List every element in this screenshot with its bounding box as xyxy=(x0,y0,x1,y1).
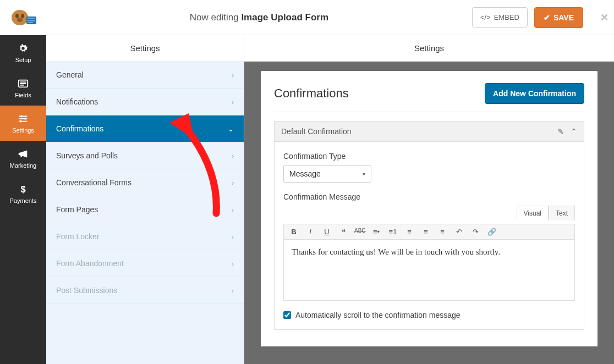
subnav-form-locker[interactable]: Form Locker› xyxy=(46,223,244,250)
svg-point-15 xyxy=(24,118,26,120)
app-logo xyxy=(0,5,46,30)
subnav-form-abandonment[interactable]: Form Abandonment› xyxy=(46,250,244,277)
chevron-down-icon: ▾ xyxy=(363,171,365,177)
align-left-icon[interactable]: ≡ xyxy=(404,228,415,236)
content-area: Settings Confirmations Add New Confirmat… xyxy=(244,35,614,364)
editor-tabs: Visual Text xyxy=(283,206,575,220)
embed-button[interactable]: </> EMBED xyxy=(472,7,528,27)
nav-setup[interactable]: Setup xyxy=(0,35,46,70)
subnav-label: Form Locker xyxy=(56,232,100,241)
close-button[interactable]: ✕ xyxy=(594,12,614,24)
edit-icon[interactable]: ✎ xyxy=(557,127,564,136)
subnav-label: Conversational Forms xyxy=(56,178,131,187)
content-title-bar: Settings xyxy=(244,35,614,62)
collapse-icon[interactable]: ⌃ xyxy=(571,127,577,136)
left-nav: Setup Fields Settings Marketing $ Paymen… xyxy=(0,35,46,364)
chevron-right-icon: › xyxy=(232,206,234,214)
subnav-label: General xyxy=(56,70,84,79)
nav-label: Payments xyxy=(10,197,37,204)
bold-icon[interactable]: B xyxy=(288,228,299,236)
bullet-list-icon[interactable]: ≡• xyxy=(371,228,382,236)
scroll-checkbox[interactable] xyxy=(283,311,291,319)
nav-label: Settings xyxy=(12,127,34,134)
subnav-label: Form Abandonment xyxy=(56,259,124,268)
confirmation-title: Default Confirmation xyxy=(281,127,352,136)
svg-rect-7 xyxy=(28,22,33,23)
top-bar: Now editing Image Upload Form </> EMBED … xyxy=(0,0,614,35)
subnav-confirmations[interactable]: Confirmations⌄ xyxy=(46,115,244,142)
add-confirmation-button[interactable]: Add New Confirmation xyxy=(485,83,584,104)
confirmations-card: Confirmations Add New Confirmation Defau… xyxy=(261,71,597,346)
subnav-notifications[interactable]: Notifications› xyxy=(46,89,244,115)
quote-icon[interactable]: ❝ xyxy=(338,228,349,236)
subnav-form-pages[interactable]: Form Pages› xyxy=(46,196,244,223)
align-center-icon[interactable]: ≡ xyxy=(420,228,431,236)
chevron-right-icon: › xyxy=(232,233,234,241)
svg-rect-5 xyxy=(28,18,35,19)
check-icon: ✔ xyxy=(544,13,550,22)
undo-icon[interactable]: ↶ xyxy=(453,228,464,236)
subnav-label: Confirmations xyxy=(56,124,103,133)
chevron-down-icon: ⌄ xyxy=(228,125,234,133)
align-right-icon[interactable]: ≡ xyxy=(437,228,448,236)
svg-point-1 xyxy=(15,14,19,18)
svg-text:$: $ xyxy=(20,184,25,194)
chevron-right-icon: › xyxy=(232,152,234,160)
save-button[interactable]: ✔ SAVE xyxy=(534,7,583,28)
top-actions: </> EMBED ✔ SAVE xyxy=(472,7,594,28)
nav-payments[interactable]: $ Payments xyxy=(0,176,46,211)
svg-point-17 xyxy=(20,120,22,123)
chevron-right-icon: › xyxy=(232,71,234,79)
confirmation-item-header[interactable]: Default Confirmation ✎ ⌃ xyxy=(274,121,584,142)
subnav-label: Surveys and Polls xyxy=(56,151,118,160)
italic-icon[interactable]: I xyxy=(305,228,316,236)
confirmation-body: Confirmation Type Message ▾ Confirmation… xyxy=(274,142,584,330)
scroll-checkbox-row[interactable]: Automatically scroll to the confirmation… xyxy=(283,311,575,319)
subnav-label: Notifications xyxy=(56,97,98,106)
link-icon[interactable]: 🔗 xyxy=(486,228,497,236)
editor-content[interactable]: Thanks for contacting us! We will be in … xyxy=(284,240,574,300)
subnav-surveys[interactable]: Surveys and Polls› xyxy=(46,142,244,169)
nav-label: Setup xyxy=(15,57,31,63)
chevron-right-icon: › xyxy=(232,98,234,106)
subnav-label: Post Submissions xyxy=(56,286,117,295)
editor-toolbar: B I U ❝ ABC ≡• ≡1 ≡ ≡ ≡ ↶ ↷ 🔗 xyxy=(284,224,574,240)
chevron-right-icon: › xyxy=(232,286,234,295)
nav-label: Fields xyxy=(15,92,31,98)
svg-rect-6 xyxy=(28,20,35,21)
nav-label: Marketing xyxy=(10,162,36,169)
settings-subnav: Settings General› Notifications› Confirm… xyxy=(46,35,244,364)
nav-fields[interactable]: Fields xyxy=(0,70,46,106)
embed-label: EMBED xyxy=(494,13,519,21)
nav-settings[interactable]: Settings xyxy=(0,106,46,141)
chevron-right-icon: › xyxy=(232,179,234,187)
tab-visual[interactable]: Visual xyxy=(517,206,549,220)
subnav-post-submissions[interactable]: Post Submissions› xyxy=(46,277,244,304)
subnav-general[interactable]: General› xyxy=(46,62,244,89)
list-icon xyxy=(17,78,29,90)
scroll-label: Automatically scroll to the confirmation… xyxy=(295,311,460,319)
subnav-label: Form Pages xyxy=(56,205,98,214)
confirmation-tools: ✎ ⌃ xyxy=(557,127,577,136)
chevron-right-icon: › xyxy=(232,260,234,268)
tab-text[interactable]: Text xyxy=(549,206,575,220)
number-list-icon[interactable]: ≡1 xyxy=(387,228,398,236)
nav-marketing[interactable]: Marketing xyxy=(0,141,46,176)
form-name: Image Upload Form xyxy=(241,12,328,23)
redo-icon[interactable]: ↷ xyxy=(470,228,481,236)
editing-title: Now editing Image Upload Form xyxy=(46,12,472,23)
editing-prefix: Now editing xyxy=(190,12,242,23)
subnav-conversational[interactable]: Conversational Forms› xyxy=(46,169,244,196)
select-value: Message xyxy=(289,169,321,178)
message-label: Confirmation Message xyxy=(283,192,575,201)
strikethrough-icon[interactable]: ABC xyxy=(354,228,365,236)
confirmations-heading: Confirmations xyxy=(274,86,349,101)
save-label: SAVE xyxy=(553,13,574,22)
confirmation-type-select[interactable]: Message ▾ xyxy=(283,165,371,183)
underline-icon[interactable]: U xyxy=(321,228,332,236)
editor: B I U ❝ ABC ≡• ≡1 ≡ ≡ ≡ ↶ ↷ 🔗 Than xyxy=(283,224,575,301)
gear-icon xyxy=(17,42,29,54)
subnav-title: Settings xyxy=(46,35,244,62)
svg-point-3 xyxy=(17,18,23,22)
code-icon: </> xyxy=(480,13,491,21)
